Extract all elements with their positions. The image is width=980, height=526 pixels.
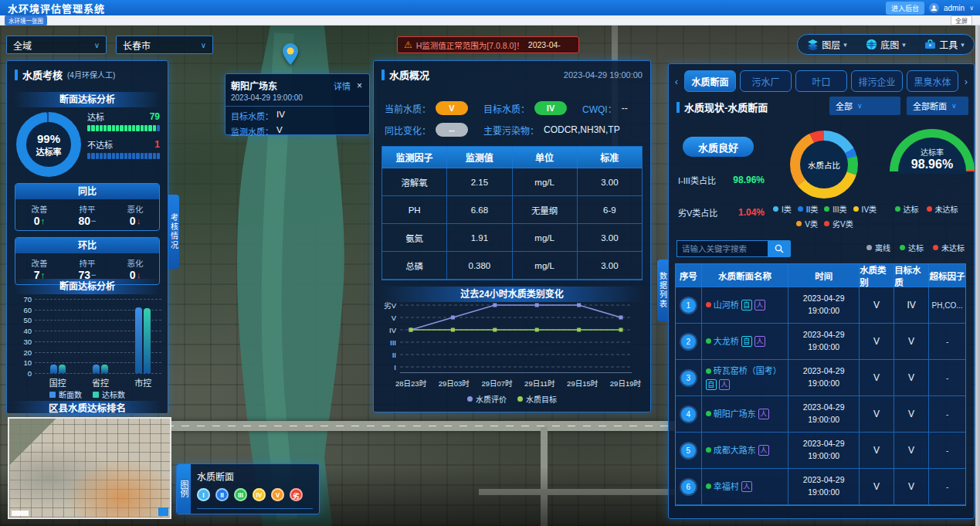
popup-detail-link[interactable]: 详情: [334, 80, 351, 92]
kpi-value: 0↑: [34, 215, 45, 227]
time-line: 19:00:00: [808, 305, 839, 317]
section-row[interactable]: 5成都大路东人2023-04-2919:00:00VV-: [676, 433, 965, 469]
header-监测值: 监测值: [447, 147, 512, 168]
close-icon[interactable]: ×: [355, 80, 364, 91]
bar-chart-legend: 断面数达标数: [7, 389, 168, 400]
cell-factor: -: [929, 469, 965, 505]
tab-水质断面[interactable]: 水质断面: [684, 70, 736, 92]
chevron-down-icon: ∨: [94, 41, 100, 49]
layers-menu[interactable]: 图层 ▾: [807, 38, 847, 51]
header-水质断面名称: 水质断面名称: [702, 264, 789, 287]
username[interactable]: admin: [944, 4, 965, 12]
section-link[interactable]: 朝阳广场东: [714, 409, 756, 419]
page-scrollbar[interactable]: [975, 25, 980, 526]
x-label: 29日03时: [439, 378, 470, 389]
legend-dot-icon: [706, 302, 711, 307]
title-accent: [677, 102, 680, 113]
basemap-menu[interactable]: 底图 ▾: [866, 38, 906, 51]
row-number-badge: 5: [681, 443, 696, 458]
tab-叶口[interactable]: 叶口: [795, 70, 847, 92]
section-link[interactable]: 山河桥: [714, 300, 739, 311]
section-row[interactable]: 6幸福村人2023-04-2919:00:00VV-: [676, 469, 965, 505]
gridline: [35, 331, 161, 331]
section-link[interactable]: 大龙桥: [714, 336, 739, 347]
legend-circle-V: V: [271, 488, 284, 501]
popup-target-label: 目标水质：: [231, 110, 273, 122]
date-line: 2023-04-29: [803, 474, 845, 487]
search-button[interactable]: [768, 240, 791, 257]
legend-item-V类: V类: [796, 218, 818, 229]
section-row[interactable]: 4朝阳广场东人2023-04-2919:00:00VV-: [676, 396, 965, 433]
tools-menu[interactable]: 工具 ▾: [924, 38, 965, 51]
minimap[interactable]: [8, 417, 171, 519]
tab-排污企业[interactable]: 排污企业: [851, 70, 903, 92]
legend-circle-IV: IV: [253, 488, 266, 501]
layers-icon: [807, 39, 819, 50]
legend-item-水质评价: 水质评价: [467, 393, 507, 405]
gridline: [35, 310, 161, 311]
legend-dot-icon: [866, 245, 872, 250]
legend-circle-II: II: [215, 488, 229, 501]
map-pin-icon[interactable]: [283, 43, 298, 68]
legend-item-未达标: 未达标: [933, 242, 965, 253]
legend-item-II类: II类: [798, 203, 819, 215]
pass-gauge-label: 达标率: [890, 146, 975, 158]
section-link[interactable]: 成都大路东: [714, 445, 756, 456]
bar-断面数: [50, 365, 57, 373]
data-list-collapse-tab[interactable]: 数据列表: [657, 260, 668, 321]
legend-item-劣V类: 劣V类: [824, 218, 853, 229]
tabs-scroll-left-icon[interactable]: ‹: [671, 70, 682, 92]
tab-黑臭水体[interactable]: 黑臭水体: [907, 70, 958, 92]
legend-dot-icon: [706, 411, 711, 416]
nav-tab-map[interactable]: 水环境一张图: [5, 15, 47, 25]
backend-button[interactable]: 进入后台: [886, 2, 924, 15]
legend-dot-icon: [824, 221, 829, 226]
section-row[interactable]: 3砖瓦窑桥（国考）自人2023-04-2919:00:00VV-: [676, 360, 965, 396]
app-header: 水环境评估管理系统 进入后台 admin ∨: [0, 0, 980, 15]
legend-collapse-tab[interactable]: 图例: [177, 464, 191, 514]
tab-污水厂[interactable]: 污水厂: [740, 70, 792, 92]
assess-collapse-tab[interactable]: 考核情况: [168, 195, 179, 269]
x-label: 28日23时: [395, 378, 426, 389]
section-row[interactable]: 2大龙桥自人2023-04-2919:00:00VV-: [676, 324, 965, 360]
cell-factor: -: [929, 433, 965, 469]
section-link[interactable]: 砖瓦窑桥（国考）: [714, 365, 782, 376]
sections-table: 序号水质断面名称时间水质类别目标水质超标因子1山河桥自人2023-04-2919…: [675, 263, 966, 506]
badge-自: 自: [741, 336, 752, 347]
badge-人: 人: [758, 409, 769, 419]
search-input[interactable]: [677, 240, 768, 257]
table-row: 溶解氧2.15mg/L3.00: [382, 168, 642, 196]
filter-all-select[interactable]: 全部 ∨: [829, 97, 900, 115]
rate-bar-track: [87, 125, 160, 131]
tools-label: 工具: [939, 38, 958, 51]
filter-section-select[interactable]: 全部断面 ∨: [907, 97, 968, 115]
tabs-scroll-right-icon[interactable]: ›: [961, 70, 972, 92]
section-row[interactable]: 1山河桥自人2023-04-2919:00:00VIVPH,CO...: [676, 287, 965, 324]
region-select[interactable]: 全域 ∨: [6, 36, 107, 54]
legend-item-离线: 离线: [866, 242, 890, 253]
row-number-badge: 1: [681, 298, 696, 313]
cell-num: 5: [676, 433, 702, 469]
chevron-down-icon: ▾: [843, 41, 847, 49]
cell-num: 4: [676, 396, 702, 433]
time-line: 19:00:00: [808, 341, 839, 354]
cell: 溶解氧: [382, 168, 447, 196]
cell-factor: -: [929, 324, 965, 360]
cell: 0.380: [447, 252, 512, 280]
x-category: 国控: [41, 376, 75, 389]
y-tick: 0: [13, 369, 32, 378]
minimap-zoom-button[interactable]: [158, 507, 168, 516]
alert-banner[interactable]: ⚠ H监测值正常范围为[7.0.8.0]！ 2023-04-: [397, 36, 579, 53]
header-时间: 时间: [788, 264, 860, 287]
city-select[interactable]: 长春市 ∨: [116, 36, 213, 54]
header-序号: 序号: [676, 264, 702, 287]
cell-num: 2: [676, 324, 702, 360]
fullscreen-button[interactable]: 全屏: [951, 15, 972, 25]
pollutant-value: CODCR,NH3N,TP: [544, 124, 620, 135]
pass-rate-gauge: 99% 达标率: [16, 112, 81, 177]
table-row: PH6.68无量纲6-9: [382, 196, 642, 224]
gridline: [35, 320, 161, 321]
legend-dot-icon: [773, 206, 778, 212]
yoy-box: 同比 改善0↑持平80−恶化0↓: [15, 183, 160, 231]
section-link[interactable]: 幸福村: [714, 481, 739, 492]
